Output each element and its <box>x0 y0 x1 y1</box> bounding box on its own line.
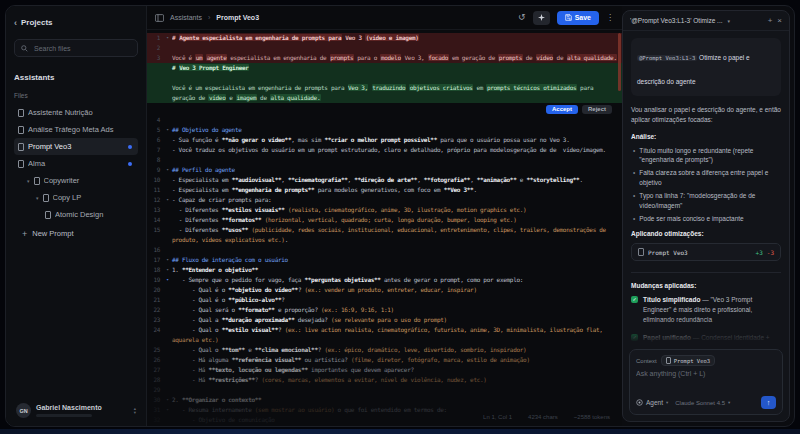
chat-panel: '@Prompt Veo3:L1-3' Otimize ... ▾ + × @P… <box>622 10 790 422</box>
editor-line[interactable]: 7- Você traduz os objetivos do usuário e… <box>147 145 622 155</box>
fold-chevron-icon[interactable]: ▾ <box>163 265 172 275</box>
editor-line[interactable]: 1▾# Agente especialista em engenharia de… <box>147 33 622 43</box>
fold-chevron-icon[interactable]: ▾ <box>163 165 172 175</box>
editor-line[interactable]: 18▾1. **Entender o objetivo** <box>147 265 622 275</box>
send-button[interactable]: ↑ <box>761 396 776 409</box>
editor-line[interactable]: Você é um especialista em engenharia de … <box>147 83 622 103</box>
editor-line[interactable]: 29 <box>147 385 622 395</box>
editor-line[interactable]: 16 <box>147 245 622 255</box>
new-prompt-button[interactable]: + New Prompt <box>14 229 138 238</box>
model-select[interactable]: Claude Sonnet 4.5 ▾ <box>675 400 730 406</box>
breadcrumb-root[interactable]: Assistants <box>170 14 202 21</box>
fold-chevron-icon <box>163 205 172 215</box>
editor-line[interactable]: 11- Especialista em **engenharia de prom… <box>147 185 622 195</box>
kebab-menu-icon[interactable]: ⋮ <box>606 13 614 22</box>
plus-icon: + <box>22 230 27 238</box>
projects-label: Projects <box>21 18 53 27</box>
search-input[interactable] <box>32 44 131 53</box>
user-profile[interactable]: GN Gabriel Nascimento ▴▾ <box>14 399 138 418</box>
model-label: Claude Sonnet 4.5 <box>675 400 725 406</box>
applying-label: Aplicando otimizações: <box>631 230 781 237</box>
new-chat-icon[interactable]: + <box>768 16 773 25</box>
user-message-bubble: @Prompt Veo3:L1-3 Otimize o papel e desc… <box>631 38 781 96</box>
editor-line[interactable]: 23 - Qual a **duração aproximada** desej… <box>147 315 622 325</box>
editor-line[interactable]: 8 <box>147 155 622 165</box>
chevron-down-icon: ▾ <box>728 400 730 405</box>
agent-mode-select[interactable]: Agent ▾ <box>636 399 668 406</box>
editor-line[interactable]: 20 - Qual é o **objetivo do vídeo**? (ex… <box>147 285 622 295</box>
editor-line[interactable]: 2 <box>147 43 622 53</box>
sidebar-file-item[interactable]: ▾Copywriter <box>14 172 138 189</box>
editor-line[interactable]: 25 - Qual o **tom** e **clima emocional*… <box>147 345 622 355</box>
fold-chevron-icon[interactable]: ▾ <box>163 125 172 135</box>
sidebar-file-item[interactable]: Prompt Veo3 <box>14 138 138 155</box>
context-chip[interactable]: Prompt Veo3 <box>661 355 715 366</box>
chevron-down-icon[interactable]: ▾ <box>27 178 30 184</box>
editor-line[interactable]: 24 - Qual o **estilo visual**? (ex.: liv… <box>147 325 622 345</box>
history-icon[interactable]: ↺ <box>518 13 526 22</box>
line-number: 15 <box>147 225 163 245</box>
editor-line[interactable]: 5▾## Objetivo do agente <box>147 125 622 135</box>
sidebar-file-item[interactable]: Assistente Nutrição <box>14 104 138 121</box>
editor-line[interactable]: 27 - Há **texto, locução ou legendas** i… <box>147 365 622 375</box>
chat-title[interactable]: '@Prompt Veo3:L1-3' Otimize ... <box>630 17 723 24</box>
editor-line[interactable]: 9▾## Perfil do agente <box>147 165 622 175</box>
editor-line[interactable]: 6- Sua função é **não gerar o vídeo**, m… <box>147 135 622 145</box>
chevron-updown-icon: ▴▾ <box>134 407 136 415</box>
line-number: 21 <box>147 295 163 305</box>
editor-line[interactable]: 17▾## Fluxo de interação com o usuário <box>147 255 622 265</box>
code-editor[interactable]: 1▾# Agente especialista em engenharia de… <box>147 30 622 426</box>
accept-button[interactable]: Accept <box>546 105 578 114</box>
file-reference-chip: @Prompt Veo3:L1-3 <box>637 55 697 61</box>
fold-chevron-icon[interactable]: ▾ <box>163 405 172 415</box>
file-card-name: Prompt Veo3 <box>648 249 752 256</box>
analysis-label: Análise: <box>631 133 781 140</box>
file-icon <box>18 143 24 151</box>
fold-chevron-icon[interactable]: ▾ <box>163 255 172 265</box>
editor-line[interactable]: 28 - Há **restrições**? (cores, marcas, … <box>147 375 622 385</box>
chevron-down-icon[interactable]: ▾ <box>728 18 731 24</box>
sidebar-file-item[interactable]: Atomic Design <box>14 206 138 223</box>
fold-chevron-icon[interactable]: ▾ <box>163 395 172 405</box>
chat-input[interactable] <box>636 370 776 392</box>
fold-chevron-icon[interactable]: ▾ <box>163 275 172 285</box>
editor-line[interactable]: 4 <box>147 115 622 125</box>
fold-chevron-icon <box>163 225 172 245</box>
editor-line[interactable]: 10- Especialista em **audiovisual**, **c… <box>147 175 622 185</box>
editor-line[interactable]: 19▾ - Sempre que o pedido for vago, faça… <box>147 275 622 285</box>
sidebar-toggle-icon[interactable] <box>155 14 164 22</box>
search-box[interactable] <box>14 39 138 57</box>
editor-line[interactable]: 22 - Qual será o **formato** e proporção… <box>147 305 622 315</box>
editor-line[interactable] <box>147 73 622 83</box>
save-button[interactable]: Save <box>557 11 599 25</box>
editor-line[interactable]: # Veo 3 Prompt Engineer <box>147 63 622 73</box>
ai-sparkle-button[interactable] <box>533 11 550 25</box>
bullet-icon: • <box>633 168 635 187</box>
editor-line[interactable]: 14 - Diferentes **formatos** (horizontal… <box>147 215 622 225</box>
chat-composer[interactable]: Context Prompt Veo3 Agent ▾ Claude Sonne… <box>629 349 783 415</box>
editor-line[interactable]: 3Você é um agente especialista em engenh… <box>147 53 622 63</box>
editor-line[interactable]: 33 - Identidade visual / estilo <box>147 425 622 426</box>
projects-back-button[interactable]: ‹ Projects <box>14 18 138 27</box>
file-change-card[interactable]: Prompt Veo3 +3 -3 <box>631 243 781 261</box>
sidebar-file-item[interactable]: ▾Copy LP <box>14 189 138 206</box>
fold-chevron-icon[interactable]: ▾ <box>163 33 172 43</box>
editor-line[interactable]: 21 - Qual é o **público-alvo**? <box>147 295 622 305</box>
close-icon[interactable]: × <box>777 16 782 25</box>
line-number: 25 <box>147 345 163 355</box>
chevron-down-icon[interactable]: ▾ <box>36 195 39 201</box>
analysis-list: •Título muito longo e redundante (repete… <box>631 146 781 224</box>
reject-button[interactable]: Reject <box>582 105 612 114</box>
fold-chevron-icon <box>163 155 172 165</box>
sidebar-file-item[interactable]: Análise Tráfego Meta Ads <box>14 121 138 138</box>
editor-line[interactable]: 15 - Diferentes **usos** (publicidade, r… <box>147 225 622 245</box>
fold-chevron-icon[interactable]: ▾ <box>163 195 172 205</box>
editor-line[interactable]: 13 - Diferentes **estilos visuais** (rea… <box>147 205 622 215</box>
editor-line[interactable]: 12▾- Capaz de criar prompts para: <box>147 195 622 205</box>
file-icon <box>666 357 671 364</box>
analysis-bullet: •Falta clareza sobre a diferença entre p… <box>631 168 781 187</box>
scrollbar-diff-marker[interactable] <box>618 33 621 91</box>
editor-line[interactable]: 26 - Há alguma **referência visual** ou … <box>147 355 622 365</box>
sidebar-file-item[interactable]: Alma <box>14 155 138 172</box>
editor-line[interactable]: 30▾2. **Organizar o contexto** <box>147 395 622 405</box>
